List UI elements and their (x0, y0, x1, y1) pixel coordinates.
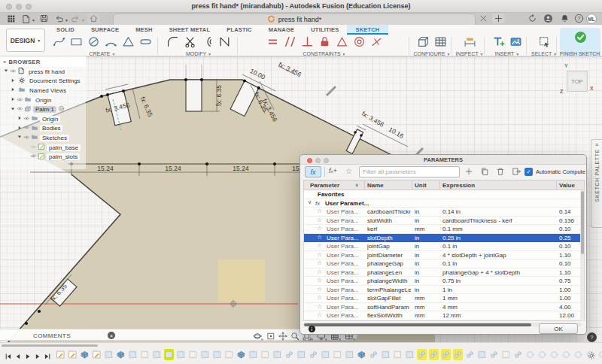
timeline-feature-33[interactable] (453, 349, 463, 360)
ribbon-tab-surface[interactable]: SURFACE (83, 25, 127, 35)
assistant-bubble-icon[interactable]: ? (587, 332, 597, 342)
timeline-stepfwd-button[interactable] (34, 350, 41, 363)
filter-parameters-input[interactable] (359, 166, 460, 177)
finish-check-button[interactable] (574, 31, 587, 47)
browser-item-named-views[interactable]: Named Views (0, 86, 86, 96)
timeline-feature-27[interactable] (381, 349, 391, 360)
parameter-row-slotDepth[interactable]: ☆User Para...slotDepthin0.25 in0.25 (304, 234, 584, 243)
dimension-label[interactable]: 15.24 (233, 165, 249, 172)
triangle-button[interactable] (336, 35, 348, 51)
zoom-nav-button[interactable] (290, 330, 299, 344)
group-label[interactable]: MODIFY ▼ (161, 51, 236, 56)
group-label[interactable]: CREATE ▼ (47, 51, 158, 56)
sort-caret-icon[interactable]: ∨ (355, 182, 358, 187)
parameter-row-kerf[interactable]: ☆User Para...kerfmm0.1 mm0.10 (304, 225, 584, 234)
notifications-bell-icon[interactable] (560, 14, 570, 23)
user-parameters-group-row[interactable]: ∨fxUser Paramet... (304, 199, 584, 208)
timeline-feature-38[interactable] (513, 349, 523, 360)
ok-button[interactable]: OK (539, 323, 578, 334)
concentric-button[interactable] (353, 35, 366, 51)
timeline-feature-30[interactable] (417, 349, 427, 360)
favorite-star-icon[interactable]: ☆ (317, 225, 322, 232)
timeline-feature-45[interactable] (597, 349, 602, 360)
timeline-feature-10[interactable] (176, 349, 186, 360)
dialog-close-button[interactable] (307, 158, 312, 163)
timeline-feature-16[interactable] (248, 349, 258, 360)
timeline-feature-26[interactable] (369, 349, 379, 360)
browser-item-sketches[interactable]: Sketches (0, 133, 86, 143)
timeline-feature-40[interactable] (537, 349, 547, 360)
dimension-label[interactable]: fx: 6.35 (215, 85, 223, 106)
timeline-feature-31[interactable] (429, 349, 439, 360)
timeline-feature-29[interactable] (405, 349, 415, 360)
timeline-feature-7[interactable] (140, 349, 150, 360)
browser-item-document-settings[interactable]: Document Settings (0, 77, 86, 86)
parameter-row-phalangeWidth[interactable]: ☆User Para...phalangeWidthin0.75 in0.75 (304, 277, 584, 286)
activate-component-radio[interactable] (58, 105, 65, 114)
timeline-skipend-button[interactable] (44, 350, 51, 363)
dimension-label[interactable]: 15.24 (97, 165, 114, 172)
delete-parameter-icon[interactable] (496, 167, 505, 177)
parameters-table-header[interactable]: ParameterNameUnitExpressionValue∨ (303, 180, 585, 190)
view-cube[interactable]: TOP Y X Z (560, 62, 597, 98)
parameters-dialog-titlebar[interactable]: PARAMETERS (300, 155, 586, 165)
measure-button[interactable] (464, 35, 476, 51)
browser-header[interactable]: « BROWSER (0, 56, 86, 67)
timeline-feature-24[interactable] (345, 349, 354, 360)
parameter-row-phalangeGap[interactable]: ☆User Para...phalangeGapin0.1 in0.10 (304, 259, 584, 268)
timeline-feature-4[interactable] (104, 349, 114, 360)
parameter-row-phalangeLen[interactable]: ☆User Para...phalangeLeninphalangeGap + … (304, 268, 584, 278)
timeline-feature-35[interactable] (477, 349, 487, 360)
timeline-feature-20[interactable] (296, 349, 306, 360)
polygon-button[interactable] (122, 35, 135, 51)
timeline-feature-18[interactable] (272, 349, 282, 360)
parameter-row-flexSlotWidth[interactable]: ☆User Para...flexSlotWidthmm12 mm12.00 (304, 311, 584, 320)
browser-item-palm-base[interactable]: palm_base (0, 143, 86, 153)
close-tab-icon[interactable] (479, 14, 488, 23)
group-label[interactable]: FINISH SKETCH ▼ (560, 51, 600, 56)
timeline-feature-34[interactable] (465, 349, 475, 360)
ribbon-tab-solid[interactable]: SOLID (48, 25, 83, 35)
info-icon[interactable] (308, 325, 316, 335)
favorite-star-icon[interactable]: ☆ (317, 242, 322, 249)
table-vertical-scrollbar[interactable] (580, 190, 584, 321)
insert-text-button[interactable] (492, 35, 505, 51)
ribbon-tab-sheet-metal[interactable]: SHEET METAL (161, 25, 219, 35)
ribbon-tab-plastic[interactable]: PLASTIC (218, 25, 260, 35)
equal-button[interactable] (266, 35, 279, 51)
group-label[interactable]: INSERT ▼ (488, 51, 527, 56)
timeline-feature-19[interactable] (284, 349, 294, 360)
timeline-feature-22[interactable] (321, 349, 330, 360)
parameter-row-jointDiameter[interactable]: ☆User Para...jointDiameterin4 * slotDept… (304, 251, 584, 260)
timeline-play-button[interactable] (24, 350, 32, 363)
orbit-nav-button[interactable]: ▼ (253, 330, 263, 344)
import-parameters-icon[interactable] (512, 167, 521, 177)
browser-item-press-fit-hand[interactable]: press fit hand (0, 67, 86, 77)
favorite-star-icon[interactable]: ☆ (317, 234, 322, 241)
sketch-palette-tab[interactable]: ≡ SKETCH PALETTE (591, 139, 602, 228)
timeline-feature-3[interactable] (92, 349, 102, 360)
workspace-selector[interactable]: DESIGN▼ (6, 29, 45, 52)
timeline-feature-42[interactable] (561, 349, 571, 360)
browser-item-origin[interactable]: Origin (0, 96, 86, 105)
dimension-label[interactable]: 15.24 (165, 165, 181, 172)
timeline-feature-8[interactable] (152, 349, 162, 360)
favorite-star-icon[interactable]: ☆ (317, 217, 322, 223)
column-header-unit[interactable]: Unit (415, 182, 427, 189)
timeline-feature-36[interactable] (489, 349, 499, 360)
group-label[interactable]: CONSTRAINTS ▼ (241, 51, 408, 56)
new-tab-icon[interactable] (492, 14, 505, 23)
help-icon[interactable]: ? (574, 14, 584, 23)
timeline-scroll-thumb[interactable] (2, 344, 98, 347)
group-label[interactable]: SELECT ▼ (530, 51, 558, 56)
timeline-feature-11[interactable] (188, 349, 198, 360)
save-icon[interactable] (39, 14, 49, 23)
arc-button[interactable] (105, 35, 117, 51)
column-header-expression[interactable]: Expression (442, 182, 475, 189)
highlighted-profile[interactable] (218, 259, 265, 302)
timeline-stepback-button[interactable] (14, 350, 22, 363)
timeline-settings-gear-icon[interactable] (587, 350, 596, 363)
symmetry-button[interactable] (370, 35, 383, 51)
fx-parameter-button[interactable]: fx (305, 166, 321, 177)
favorite-star-icon[interactable]: ☆ (317, 277, 322, 284)
